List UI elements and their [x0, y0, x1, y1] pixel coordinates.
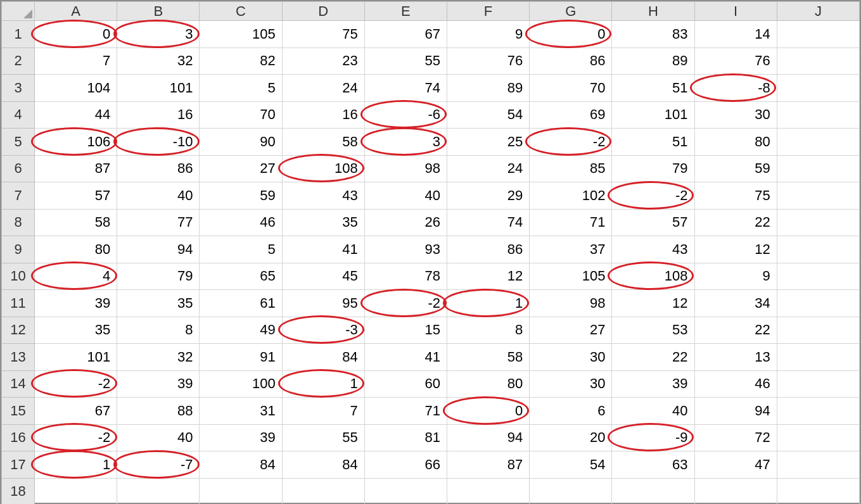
cell-B5[interactable]: -10: [117, 129, 200, 156]
cell-E14[interactable]: 60: [364, 370, 447, 398]
row-header-15[interactable]: 15: [2, 398, 35, 425]
cell-D6[interactable]: 108: [282, 155, 364, 182]
cell-C16[interactable]: 39: [200, 424, 282, 451]
cell-H7[interactable]: -2: [612, 182, 694, 210]
cell-A18[interactable]: [35, 478, 117, 504]
row-header-3[interactable]: 3: [2, 75, 35, 102]
cell-A15[interactable]: 67: [35, 398, 117, 425]
cell-E3[interactable]: 74: [364, 75, 447, 102]
cell-A16[interactable]: -2: [35, 424, 117, 451]
cell-J7[interactable]: [777, 182, 859, 210]
cell-D13[interactable]: 84: [282, 344, 364, 371]
cell-J17[interactable]: [777, 451, 859, 479]
cell-D18[interactable]: [282, 478, 364, 504]
cell-H13[interactable]: 22: [612, 344, 694, 371]
column-header-E[interactable]: E: [364, 2, 447, 21]
cell-H3[interactable]: 51: [612, 75, 694, 102]
cell-I8[interactable]: 22: [694, 209, 777, 236]
cell-F10[interactable]: 12: [447, 263, 530, 290]
cell-C15[interactable]: 31: [200, 398, 282, 425]
cell-A9[interactable]: 80: [35, 236, 117, 263]
cell-F6[interactable]: 24: [447, 155, 530, 182]
cell-I11[interactable]: 34: [694, 290, 777, 317]
cell-H14[interactable]: 39: [612, 370, 694, 398]
cell-G11[interactable]: 98: [530, 290, 612, 317]
cell-A12[interactable]: 35: [35, 317, 117, 344]
cell-B8[interactable]: 77: [117, 209, 200, 236]
cell-J10[interactable]: [777, 263, 859, 290]
cell-A4[interactable]: 44: [35, 101, 117, 129]
cell-C6[interactable]: 27: [200, 155, 282, 182]
cell-B13[interactable]: 32: [117, 344, 200, 371]
cell-F4[interactable]: 54: [447, 101, 530, 129]
cell-D7[interactable]: 43: [282, 182, 364, 210]
column-header-F[interactable]: F: [447, 2, 530, 21]
cell-J4[interactable]: [777, 101, 859, 129]
cell-H8[interactable]: 57: [612, 209, 694, 236]
cell-I16[interactable]: 72: [694, 424, 777, 451]
cell-E5[interactable]: 3: [364, 129, 447, 156]
cell-H6[interactable]: 79: [612, 155, 694, 182]
cell-J6[interactable]: [777, 155, 859, 182]
column-header-G[interactable]: G: [530, 2, 612, 21]
cell-D11[interactable]: 95: [282, 290, 364, 317]
cell-E10[interactable]: 78: [364, 263, 447, 290]
cell-A2[interactable]: 7: [35, 47, 117, 75]
cell-E12[interactable]: 15: [364, 317, 447, 344]
row-header-13[interactable]: 13: [2, 344, 35, 371]
cell-D8[interactable]: 35: [282, 209, 364, 236]
column-header-I[interactable]: I: [694, 2, 777, 21]
cell-G17[interactable]: 54: [530, 451, 612, 479]
select-all-corner[interactable]: [2, 2, 35, 21]
cell-G15[interactable]: 6: [530, 398, 612, 425]
cell-C12[interactable]: 49: [200, 317, 282, 344]
cell-F17[interactable]: 87: [447, 451, 530, 479]
cell-D1[interactable]: 75: [282, 21, 364, 48]
cell-J3[interactable]: [777, 75, 859, 102]
cell-D12[interactable]: -3: [282, 317, 364, 344]
cell-F16[interactable]: 94: [447, 424, 530, 451]
cell-I18[interactable]: [694, 478, 777, 504]
cell-J2[interactable]: [777, 47, 859, 75]
cell-D17[interactable]: 84: [282, 451, 364, 479]
row-header-18[interactable]: 18: [2, 478, 35, 504]
cell-B1[interactable]: 3: [117, 21, 200, 48]
cell-B9[interactable]: 94: [117, 236, 200, 263]
cell-A11[interactable]: 39: [35, 290, 117, 317]
cell-B6[interactable]: 86: [117, 155, 200, 182]
cell-F3[interactable]: 89: [447, 75, 530, 102]
row-header-6[interactable]: 6: [2, 155, 35, 182]
cell-E6[interactable]: 98: [364, 155, 447, 182]
cell-C11[interactable]: 61: [200, 290, 282, 317]
cell-G4[interactable]: 69: [530, 101, 612, 129]
cell-C8[interactable]: 46: [200, 209, 282, 236]
cell-G5[interactable]: -2: [530, 129, 612, 156]
cell-B11[interactable]: 35: [117, 290, 200, 317]
cell-F5[interactable]: 25: [447, 129, 530, 156]
cell-I1[interactable]: 14: [694, 21, 777, 48]
spreadsheet-grid[interactable]: ABCDEFGHIJ 10310575679083142732822355768…: [1, 1, 860, 504]
cell-E16[interactable]: 81: [364, 424, 447, 451]
cell-J11[interactable]: [777, 290, 859, 317]
row-header-16[interactable]: 16: [2, 424, 35, 451]
cell-J14[interactable]: [777, 370, 859, 398]
cell-C18[interactable]: [200, 478, 282, 504]
cell-I13[interactable]: 13: [694, 344, 777, 371]
cell-F13[interactable]: 58: [447, 344, 530, 371]
cell-C1[interactable]: 105: [200, 21, 282, 48]
cell-H11[interactable]: 12: [612, 290, 694, 317]
cell-E17[interactable]: 66: [364, 451, 447, 479]
cell-C13[interactable]: 91: [200, 344, 282, 371]
cell-A13[interactable]: 101: [35, 344, 117, 371]
cell-B16[interactable]: 40: [117, 424, 200, 451]
column-header-B[interactable]: B: [117, 2, 200, 21]
cell-G12[interactable]: 27: [530, 317, 612, 344]
cell-C17[interactable]: 84: [200, 451, 282, 479]
cell-D3[interactable]: 24: [282, 75, 364, 102]
cell-G3[interactable]: 70: [530, 75, 612, 102]
cell-J12[interactable]: [777, 317, 859, 344]
row-header-12[interactable]: 12: [2, 317, 35, 344]
cell-G1[interactable]: 0: [530, 21, 612, 48]
cell-H4[interactable]: 101: [612, 101, 694, 129]
cell-J9[interactable]: [777, 236, 859, 263]
